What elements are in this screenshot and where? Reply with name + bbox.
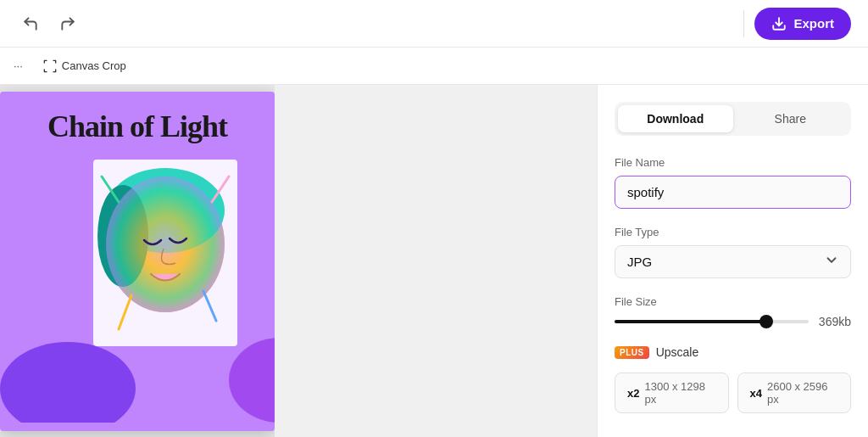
canvas-crop-item[interactable]: Canvas Crop [36, 56, 133, 76]
export-button[interactable]: Export [754, 8, 851, 40]
upscale-x4-mult: x4 [750, 387, 762, 400]
undo-button[interactable] [17, 10, 44, 37]
upscale-row: PLUS Upscale [615, 345, 851, 359]
file-type-label: File Type [615, 226, 851, 238]
file-size-label: File Size [615, 295, 851, 308]
secondary-toolbar: ··· Canvas Crop [0, 48, 868, 85]
panel-tabs: Download Share [615, 102, 851, 136]
toolbar-right: Export [740, 8, 851, 40]
file-size-row: 369kb [615, 315, 851, 328]
plus-badge: PLUS [615, 346, 649, 359]
canvas-crop-label: Canvas Crop [62, 59, 126, 72]
upscale-option-x2[interactable]: x2 1300 x 1298 px [615, 373, 729, 413]
upscale-option-x4[interactable]: x4 2600 x 2596 px [737, 373, 852, 413]
export-panel: Download Share File Name File Type JPG P… [597, 85, 868, 437]
tab-share[interactable]: Share [733, 105, 849, 132]
export-label: Export [793, 16, 834, 31]
slider-track [615, 320, 809, 323]
toolbar-left [17, 10, 81, 37]
file-name-input[interactable] [615, 176, 851, 209]
file-name-label: File Name [615, 156, 851, 169]
redo-button[interactable] [54, 10, 81, 37]
upscale-options: x2 1300 x 1298 px x4 2600 x 2596 px [615, 373, 851, 413]
artwork-title: Chain of Light [0, 92, 275, 153]
file-size-value: 369kb [817, 315, 851, 328]
upscale-x2-size: 1300 x 1298 px [644, 380, 715, 406]
upscale-label: Upscale [656, 345, 699, 359]
upscale-x4-size: 2600 x 2596 px [767, 380, 838, 406]
toolbar-ellipsis: ··· [14, 59, 23, 72]
slider-thumb[interactable] [760, 315, 773, 328]
toolbar-divider [743, 10, 744, 37]
artwork-illustration [0, 160, 275, 423]
file-type-select-wrapper: JPG PNG PDF SVG GIF MP4 [615, 245, 851, 278]
canvas-area: Chain of Light [0, 85, 275, 437]
top-toolbar: Export [0, 0, 868, 48]
upscale-x2-mult: x2 [627, 387, 639, 400]
tab-download[interactable]: Download [618, 105, 733, 132]
file-type-select[interactable]: JPG PNG PDF SVG GIF MP4 [615, 245, 851, 278]
file-size-slider[interactable] [615, 320, 809, 323]
artwork-canvas: Chain of Light [0, 92, 275, 431]
svg-point-5 [106, 176, 225, 312]
canvas-crop-icon [43, 59, 57, 73]
svg-point-7 [229, 338, 275, 423]
slider-fill [615, 320, 770, 323]
svg-point-6 [0, 342, 136, 423]
